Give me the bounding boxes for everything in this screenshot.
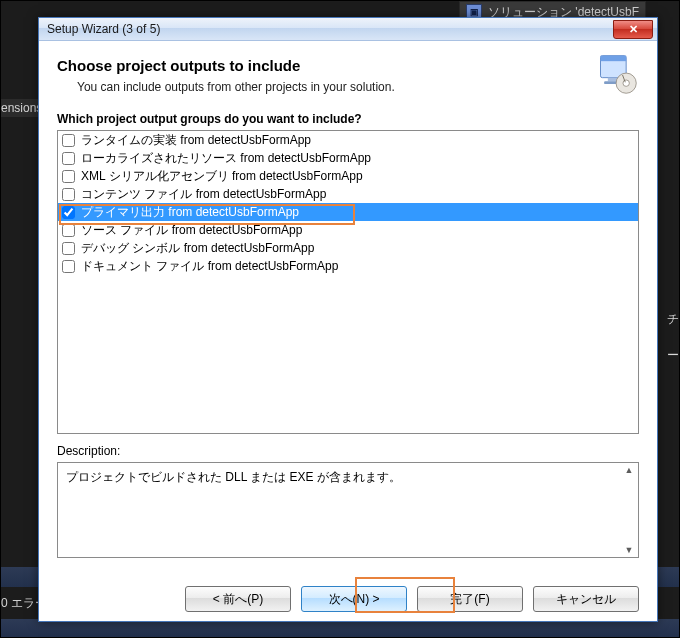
output-group-row[interactable]: コンテンツ ファイル from detectUsbFormApp: [58, 185, 638, 203]
dialog-titlebar[interactable]: Setup Wizard (3 of 5) ✕: [39, 18, 657, 41]
output-group-label: プライマリ出力 from detectUsbFormApp: [81, 204, 299, 221]
output-group-checkbox[interactable]: [62, 188, 75, 201]
output-group-row[interactable]: ランタイムの実装 from detectUsbFormApp: [58, 131, 638, 149]
right-tab-2[interactable]: ー: [667, 337, 679, 373]
output-groups-listbox[interactable]: ランタイムの実装 from detectUsbFormAppローカライズされたリ…: [57, 130, 639, 434]
cancel-button[interactable]: キャンセル: [533, 586, 639, 612]
next-button[interactable]: 次へ(N) >: [301, 586, 407, 612]
output-group-label: コンテンツ ファイル from detectUsbFormApp: [81, 186, 326, 203]
dialog-body: Choose project outputs to include You ca…: [39, 41, 657, 558]
description-text: プロジェクトでビルドされた DLL または EXE が含まれます。: [66, 470, 401, 484]
output-group-checkbox[interactable]: [62, 206, 75, 219]
description-box: プロジェクトでビルドされた DLL または EXE が含まれます。 ▲ ▼: [57, 462, 639, 558]
back-button[interactable]: < 前へ(P): [185, 586, 291, 612]
output-group-row[interactable]: ドキュメント ファイル from detectUsbFormApp: [58, 257, 638, 275]
output-group-row[interactable]: ローカライズされたリソース from detectUsbFormApp: [58, 149, 638, 167]
output-group-row[interactable]: デバッグ シンボル from detectUsbFormApp: [58, 239, 638, 257]
output-group-checkbox[interactable]: [62, 224, 75, 237]
scroll-down-icon[interactable]: ▼: [622, 545, 636, 555]
close-icon: ✕: [629, 23, 638, 36]
description-label: Description:: [57, 444, 639, 458]
output-group-label: デバッグ シンボル from detectUsbFormApp: [81, 240, 314, 257]
output-group-label: XML シリアル化アセンブリ from detectUsbFormApp: [81, 168, 363, 185]
right-docked-tabs: チ ー: [667, 301, 679, 373]
output-group-checkbox[interactable]: [62, 134, 75, 147]
page-subheader: You can include outputs from other proje…: [77, 80, 639, 94]
output-group-label: ランタイムの実装 from detectUsbFormApp: [81, 132, 311, 149]
setup-wizard-dialog: Setup Wizard (3 of 5) ✕ Choose project o…: [38, 17, 658, 622]
wizard-button-bar: < 前へ(P) 次へ(N) > 完了(F) キャンセル: [39, 577, 657, 621]
svg-point-5: [623, 80, 629, 86]
close-button[interactable]: ✕: [613, 20, 653, 39]
output-group-label: ドキュメント ファイル from detectUsbFormApp: [81, 258, 338, 275]
right-tab-1[interactable]: チ: [667, 301, 679, 337]
output-group-row[interactable]: XML シリアル化アセンブリ from detectUsbFormApp: [58, 167, 638, 185]
dialog-title: Setup Wizard (3 of 5): [47, 22, 160, 36]
output-group-checkbox[interactable]: [62, 260, 75, 273]
output-group-checkbox[interactable]: [62, 170, 75, 183]
output-group-checkbox[interactable]: [62, 242, 75, 255]
output-group-row[interactable]: プライマリ出力 from detectUsbFormApp: [58, 203, 638, 221]
scroll-up-icon[interactable]: ▲: [622, 465, 636, 475]
output-group-row[interactable]: ソース ファイル from detectUsbFormApp: [58, 221, 638, 239]
question-label: Which project output groups do you want …: [57, 112, 639, 126]
vs-background: ensions 0 エラー チ ー ▣ ソリューション 'detectUsbF …: [0, 0, 680, 638]
output-group-label: ローカライズされたリソース from detectUsbFormApp: [81, 150, 371, 167]
output-group-label: ソース ファイル from detectUsbFormApp: [81, 222, 302, 239]
output-group-checkbox[interactable]: [62, 152, 75, 165]
finish-button[interactable]: 完了(F): [417, 586, 523, 612]
extensions-panel-label: ensions: [1, 99, 42, 117]
wizard-setup-icon: [595, 52, 639, 96]
page-header: Choose project outputs to include: [57, 57, 639, 74]
svg-rect-1: [601, 56, 627, 62]
